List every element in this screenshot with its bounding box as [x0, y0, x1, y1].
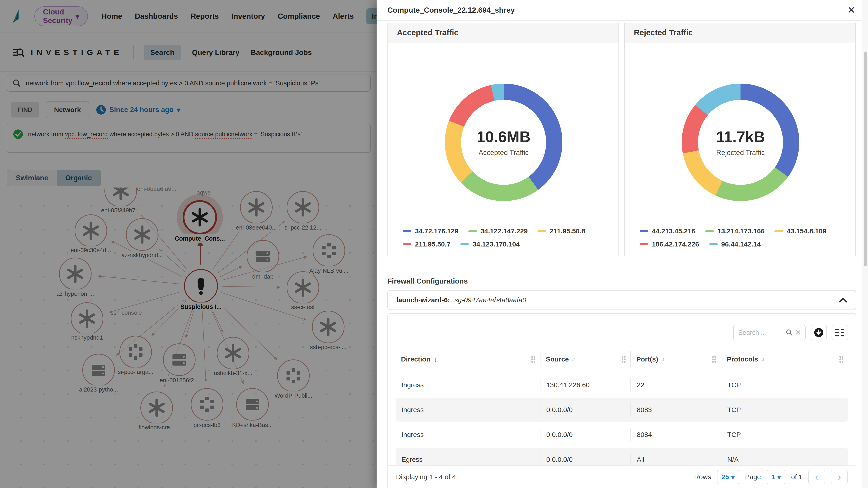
table-cell: 0.0.0.0/0 — [540, 423, 631, 447]
table-cell: TCP — [721, 373, 848, 397]
column-settings-button[interactable] — [832, 325, 848, 340]
legend-label: 44.213.45.216 — [652, 227, 695, 235]
scrollbar[interactable] — [862, 0, 868, 488]
legend-label: 186.42.174.226 — [652, 240, 699, 248]
legend-item[interactable]: 34.72.176.129 — [403, 227, 458, 235]
clear-search-icon[interactable]: ✕ — [795, 328, 801, 337]
table-cell: 0.0.0.0/0 — [540, 398, 631, 422]
page-of-total: of 1 — [791, 473, 802, 481]
scrollbar-thumb[interactable] — [864, 52, 867, 266]
displaying-count: Displaying 1 - 4 of 4 — [396, 473, 456, 481]
legend-item[interactable]: 96.44.142.14 — [709, 240, 761, 248]
column-drag-handle[interactable] — [712, 356, 716, 363]
table-body: Ingress130.41.226.6022TCPIngress0.0.0.0/… — [396, 373, 848, 471]
column-drag-handle[interactable] — [621, 356, 626, 363]
app-root: Cloud Security ▾ HomeDashboardsReportsIn… — [0, 0, 868, 488]
download-button[interactable] — [811, 325, 827, 340]
page-value: 1 — [771, 473, 775, 481]
sort-icon: ↓↑ — [761, 356, 764, 362]
chart-card-accepted-traffic: Accepted Traffic 10.6MB Accepted Traffic… — [388, 23, 619, 256]
table-cell: 130.41.226.60 — [540, 373, 631, 397]
table-search-box[interactable]: ✕ — [733, 325, 806, 340]
legend-item[interactable]: 211.95.50.7 — [403, 240, 451, 248]
previous-page-button[interactable]: ‹ — [808, 470, 825, 484]
table-cell: Ingress — [396, 373, 540, 397]
table-cell: Ingress — [396, 423, 540, 447]
chart-title: Rejected Traffic — [625, 23, 855, 42]
chart-legend: 34.72.176.129 34.122.147.229 211.95.50.8… — [403, 227, 613, 248]
donut-total-value: 11.7kB — [716, 128, 765, 145]
legend-swatch — [403, 230, 411, 232]
legend-label: 43.154.8.109 — [786, 227, 826, 235]
column-label: Protocols — [727, 355, 758, 363]
table-cell: TCP — [721, 398, 848, 422]
column-drag-handle[interactable] — [839, 356, 844, 363]
table-header-row: Direction↓ Source↓↑ Port(s)↓↑ Protocols↓… — [396, 350, 848, 368]
pagination: Rows 25 ▾ Page 1 ▾ of 1 ‹ › — [694, 470, 848, 484]
legend-swatch — [468, 230, 477, 232]
donut-chart[interactable]: 10.6MB Accepted Traffic — [445, 84, 562, 201]
column-label: Port(s) — [636, 355, 658, 363]
table-row: Ingress0.0.0.0/08083TCP — [396, 398, 848, 422]
donut-center: 11.7kB Rejected Traffic — [698, 100, 783, 185]
panel-title: Compute_Console_22.12.694_shrey — [388, 6, 515, 14]
legend-swatch — [403, 243, 411, 246]
legend-item[interactable]: 186.42.174.226 — [640, 240, 699, 248]
donut-total-value: 10.6MB — [477, 128, 530, 145]
rows-label: Rows — [694, 473, 711, 481]
legend-item[interactable]: 34.123.170.104 — [460, 240, 520, 248]
legend-swatch — [640, 243, 648, 246]
firewall-section-heading: Firewall Configurations — [388, 277, 468, 285]
security-group-accordion[interactable]: launch-wizard-6: sg-0947ae4eb4a8aafa0 — [388, 290, 856, 310]
column-header-protocols[interactable]: Protocols↓↑ — [721, 351, 848, 367]
legend-item[interactable]: 211.95.50.8 — [537, 227, 585, 235]
page-select[interactable]: 1 ▾ — [767, 470, 785, 484]
firewall-rules-panel: ✕ Direction↓ Source↓↑ Po — [388, 313, 856, 488]
table-cell: TCP — [721, 423, 848, 447]
legend-item[interactable]: 34.122.147.229 — [468, 227, 528, 235]
rows-per-page-value: 25 — [721, 473, 729, 481]
donut-center: 10.6MB Accepted Traffic — [461, 100, 546, 185]
column-header-ports[interactable]: Port(s)↓↑ — [631, 351, 721, 367]
table-row: Ingress130.41.226.6022TCP — [396, 373, 848, 397]
donut-chart[interactable]: 11.7kB Rejected Traffic — [682, 84, 799, 201]
legend-label: 34.72.176.129 — [415, 227, 458, 235]
column-drag-handle[interactable] — [531, 356, 535, 363]
legend-item[interactable]: 43.154.8.109 — [774, 227, 826, 235]
rows-per-page-select[interactable]: 25 ▾ — [717, 470, 739, 484]
table-cell: 8084 — [631, 423, 721, 447]
download-icon — [814, 328, 824, 337]
legend-item[interactable]: 44.213.45.216 — [640, 227, 695, 235]
legend-item[interactable]: 13.214.173.166 — [705, 227, 765, 235]
column-header-source[interactable]: Source↓↑ — [540, 351, 631, 367]
table-footer: Displaying 1 - 4 of 4 Rows 25 ▾ Page 1 ▾… — [388, 465, 856, 488]
chevron-down-icon: ▾ — [777, 473, 781, 481]
legend-label: 13.214.173.166 — [717, 227, 765, 235]
table-row: Ingress0.0.0.0/08084TCP — [396, 423, 848, 447]
next-page-button[interactable]: › — [831, 470, 848, 484]
chart-legend: 44.213.45.216 13.214.173.166 43.154.8.10… — [640, 227, 850, 248]
legend-label: 211.95.50.7 — [415, 240, 451, 248]
column-header-direction[interactable]: Direction↓ — [396, 351, 540, 367]
columns-icon — [835, 329, 845, 336]
chevron-up-icon — [839, 297, 847, 302]
sort-desc-icon: ↓ — [434, 355, 437, 363]
chevron-down-icon: ▾ — [731, 473, 735, 481]
close-icon[interactable]: ✕ — [847, 5, 855, 15]
column-label: Source — [546, 355, 569, 363]
legend-swatch — [460, 243, 469, 246]
table-search-input[interactable] — [738, 329, 784, 337]
legend-swatch — [709, 243, 718, 246]
search-icon[interactable] — [786, 329, 793, 336]
modal-backdrop — [0, 0, 377, 488]
panel-header: Compute_Console_22.12.694_shrey ✕ — [377, 0, 868, 21]
sort-icon: ↓↑ — [571, 356, 574, 362]
security-group-id: sg-0947ae4eb4a8aafa0 — [455, 296, 526, 304]
legend-swatch — [640, 230, 648, 232]
background-page: Cloud Security ▾ HomeDashboardsReportsIn… — [0, 0, 377, 488]
traffic-charts-row: Accepted Traffic 10.6MB Accepted Traffic… — [388, 23, 856, 256]
legend-swatch — [774, 230, 783, 232]
security-group-name: launch-wizard-6: — [397, 296, 450, 304]
table-controls: ✕ — [396, 325, 848, 340]
legend-label: 96.44.142.14 — [721, 240, 761, 248]
